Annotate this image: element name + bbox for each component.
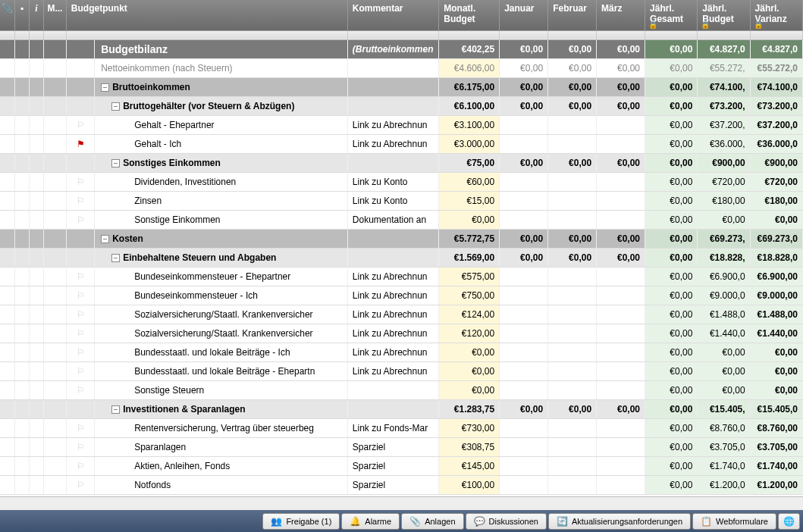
comment-cell[interactable] xyxy=(14,191,29,210)
jb-cell[interactable]: €1.740,0 xyxy=(698,456,750,475)
m-cell[interactable] xyxy=(44,437,67,456)
mb-cell[interactable]: €0,00 xyxy=(439,343,500,361)
jv-cell[interactable]: €0,00 xyxy=(750,361,802,380)
comment-cell[interactable] xyxy=(14,437,29,456)
collapse-toggle[interactable]: − xyxy=(111,405,120,414)
jan-cell[interactable]: €0,00 xyxy=(500,39,548,58)
comment-cell[interactable]: Link zu Fonds-Mar xyxy=(347,418,438,437)
mar-cell[interactable]: €0,00 xyxy=(597,248,645,267)
attach-cell[interactable] xyxy=(0,210,14,229)
jb-cell[interactable]: €180,00 xyxy=(698,191,750,210)
mar-cell[interactable] xyxy=(597,210,645,229)
jb-cell[interactable]: €1.488,0 xyxy=(698,305,750,324)
feb-cell[interactable]: €0,00 xyxy=(548,77,597,96)
jan-cell[interactable] xyxy=(500,115,548,134)
feb-cell[interactable]: €0,00 xyxy=(548,153,597,172)
jan-cell[interactable] xyxy=(500,305,548,324)
name-cell[interactable]: Gehalt - Ehepartner xyxy=(95,115,348,134)
jg-cell[interactable]: €0,00 xyxy=(645,305,698,324)
comment-cell[interactable]: Link zu Konto xyxy=(347,191,438,210)
mb-cell[interactable]: €0,00 xyxy=(439,361,500,380)
mar-cell[interactable] xyxy=(597,361,645,380)
jb-cell[interactable]: €55.272, xyxy=(698,58,750,77)
jg-cell[interactable]: €0,00 xyxy=(645,210,698,229)
mb-cell[interactable]: €402,25 xyxy=(439,39,500,58)
flag-cell[interactable]: ⚐ xyxy=(66,418,94,437)
info-cell[interactable] xyxy=(29,343,43,361)
m-cell[interactable] xyxy=(44,115,67,134)
comment-cell[interactable] xyxy=(14,361,29,380)
mar-cell[interactable] xyxy=(597,324,645,343)
m-cell[interactable] xyxy=(44,248,67,267)
table-row[interactable]: −Bruttoeinkommen€6.175,00€0,00€0,00€0,00… xyxy=(0,77,803,96)
jan-cell[interactable]: €0,00 xyxy=(500,58,548,77)
info-cell[interactable] xyxy=(29,437,43,456)
comment-cell[interactable]: (Bruttoeinkommen xyxy=(347,39,438,58)
jan-cell[interactable] xyxy=(500,380,548,399)
col-maerz[interactable]: März xyxy=(597,0,645,30)
jb-cell[interactable]: €0,00 xyxy=(698,380,750,399)
name-cell[interactable]: −Bruttogehälter (vor Steuern & Abzügen) xyxy=(95,96,348,115)
comment-cell[interactable] xyxy=(14,267,29,286)
info-cell[interactable] xyxy=(29,96,43,115)
m-cell[interactable] xyxy=(44,77,67,96)
jv-cell[interactable]: €15.405,0 xyxy=(750,399,802,418)
feb-cell[interactable] xyxy=(548,115,597,134)
jb-cell[interactable]: €69.273, xyxy=(698,229,750,248)
jv-cell[interactable]: €4.827,0 xyxy=(750,39,802,58)
jg-cell[interactable]: €0,00 xyxy=(645,134,698,153)
info-cell[interactable] xyxy=(29,305,43,324)
jg-cell[interactable]: €0,00 xyxy=(645,39,698,58)
jb-cell[interactable]: €1.200,0 xyxy=(698,475,750,494)
mar-cell[interactable]: €0,00 xyxy=(597,77,645,96)
comment-cell[interactable] xyxy=(347,96,438,115)
jv-cell[interactable]: €9.000,00 xyxy=(750,286,802,305)
jv-cell[interactable]: €1.440,00 xyxy=(750,324,802,343)
info-cell[interactable] xyxy=(29,324,43,343)
jv-cell[interactable]: €3.705,00 xyxy=(750,437,802,456)
mar-cell[interactable]: €0,00 xyxy=(597,96,645,115)
m-cell[interactable] xyxy=(44,96,67,115)
info-cell[interactable] xyxy=(29,58,43,77)
m-cell[interactable] xyxy=(44,229,67,248)
table-row[interactable]: Nettoeinkommen (nach Steuern)€4.606,00€0… xyxy=(0,58,803,77)
mar-cell[interactable] xyxy=(597,343,645,361)
mar-cell[interactable] xyxy=(597,475,645,494)
info-cell[interactable] xyxy=(29,475,43,494)
info-cell[interactable] xyxy=(29,134,43,153)
col-januar[interactable]: Januar xyxy=(500,0,548,30)
flag-cell[interactable]: ⚐ xyxy=(66,475,94,494)
table-row[interactable]: −Einbehaltene Steuern und Abgaben€1.569,… xyxy=(0,248,803,267)
jb-cell[interactable]: €720,00 xyxy=(698,172,750,191)
info-cell[interactable] xyxy=(29,418,43,437)
jb-cell[interactable]: €73.200, xyxy=(698,96,750,115)
table-row[interactable]: ⚐ZinsenLink zu Konto€15,00€0,00€180,00€1… xyxy=(0,191,803,210)
comment-cell[interactable]: Link zu Konto xyxy=(347,172,438,191)
mar-cell[interactable] xyxy=(597,172,645,191)
attach-cell[interactable] xyxy=(0,77,14,96)
name-cell[interactable]: Sozialversicherung/Staatl. Krankenversic… xyxy=(95,324,348,343)
jv-cell[interactable]: €73.200,0 xyxy=(750,96,802,115)
comment-cell[interactable] xyxy=(14,343,29,361)
jb-cell[interactable]: €900,00 xyxy=(698,153,750,172)
jv-cell[interactable]: €55.272,0 xyxy=(750,58,802,77)
flag-cell[interactable]: ⚐ xyxy=(66,305,94,324)
mb-cell[interactable]: €750,00 xyxy=(439,286,500,305)
comment-cell[interactable]: Link zu Abrechnun xyxy=(347,134,438,153)
m-cell[interactable] xyxy=(44,456,67,475)
comment-cell[interactable] xyxy=(14,324,29,343)
jv-cell[interactable]: €8.760,00 xyxy=(750,418,802,437)
info-cell[interactable] xyxy=(29,361,43,380)
table-row[interactable]: ⚑Gehalt - IchLink zu Abrechnun€3.000,00€… xyxy=(0,134,803,153)
flag-cell[interactable]: ⚐ xyxy=(66,343,94,361)
diskussionen-button[interactable]: 💬Diskussionen xyxy=(466,513,547,530)
mb-cell[interactable]: €6.175,00 xyxy=(439,77,500,96)
mar-cell[interactable] xyxy=(597,115,645,134)
jg-cell[interactable]: €0,00 xyxy=(645,343,698,361)
flag-cell[interactable]: ⚐ xyxy=(66,191,94,210)
mb-cell[interactable]: €100,00 xyxy=(439,475,500,494)
jan-cell[interactable] xyxy=(500,210,548,229)
jan-cell[interactable] xyxy=(500,286,548,305)
name-cell[interactable]: Nettoeinkommen (nach Steuern) xyxy=(95,58,348,77)
jv-cell[interactable]: €6.900,00 xyxy=(750,267,802,286)
